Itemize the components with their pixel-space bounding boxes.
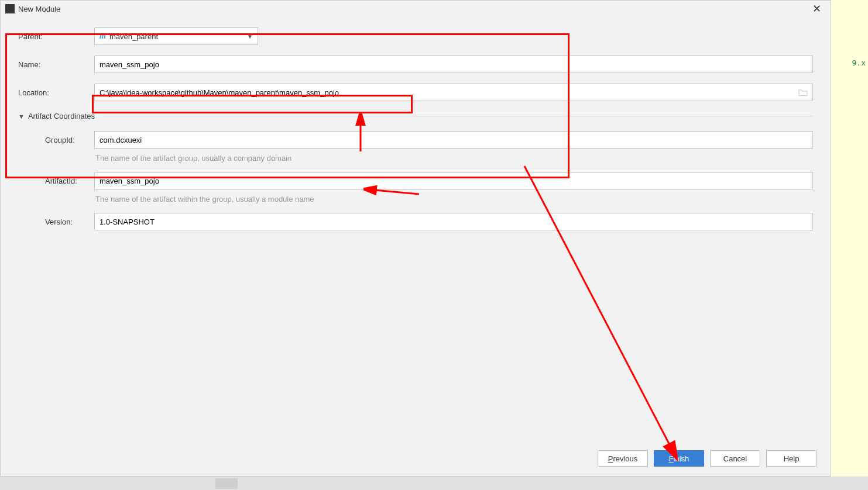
cancel-button[interactable]: Cancel	[710, 450, 760, 467]
background-text: 9.x	[852, 58, 866, 67]
dialog-content: Parent: m maven_parent ▼ Name: Location:	[1, 17, 831, 443]
groupid-hint: The name of the artifact group, usually …	[95, 154, 291, 163]
parent-dropdown[interactable]: m maven_parent ▼	[94, 27, 258, 45]
name-label: Name:	[18, 60, 94, 69]
svg-line-2	[524, 166, 674, 453]
expand-arrow-icon: ▼	[18, 113, 25, 120]
close-icon[interactable]: ✕	[808, 2, 826, 15]
groupid-label: GroupId:	[18, 136, 94, 144]
button-bar: Previous Finish Cancel Help	[1, 443, 831, 476]
app-icon	[5, 4, 15, 13]
title-bar: New Module ✕	[1, 1, 831, 17]
version-label: Version:	[18, 218, 94, 226]
location-input[interactable]	[94, 84, 813, 101]
artifactid-input[interactable]	[94, 172, 813, 189]
background-strip: 9.x	[831, 0, 868, 490]
previous-button[interactable]: Previous	[598, 450, 648, 467]
parent-value: maven_parent	[109, 32, 158, 41]
location-label: Location:	[18, 88, 94, 97]
folder-icon[interactable]	[798, 88, 808, 96]
parent-label: Parent:	[18, 32, 94, 41]
finish-label: inish	[674, 454, 689, 463]
maven-icon: m	[100, 32, 106, 41]
background-bottom	[0, 477, 868, 490]
new-module-dialog: New Module ✕ Parent: m maven_parent ▼ Na…	[0, 0, 831, 477]
chevron-down-icon: ▼	[247, 33, 253, 40]
groupid-input[interactable]	[94, 131, 813, 149]
previous-label: revious	[613, 454, 637, 463]
artifact-coordinates-section[interactable]: ▼ Artifact Coordinates	[18, 112, 813, 120]
name-input[interactable]	[94, 56, 813, 73]
section-divider	[103, 116, 813, 116]
annotation-arrow-finish	[522, 163, 697, 461]
version-input[interactable]	[94, 213, 813, 230]
artifactid-hint: The name of the artifact within the grou…	[95, 195, 314, 203]
dialog-title: New Module	[18, 5, 60, 13]
help-button[interactable]: Help	[766, 450, 816, 467]
finish-button[interactable]: Finish	[654, 450, 704, 467]
artifactid-label: ArtifactId:	[18, 177, 94, 185]
background-bottom-inner	[215, 478, 238, 489]
artifact-coordinates-title: Artifact Coordinates	[28, 112, 95, 120]
